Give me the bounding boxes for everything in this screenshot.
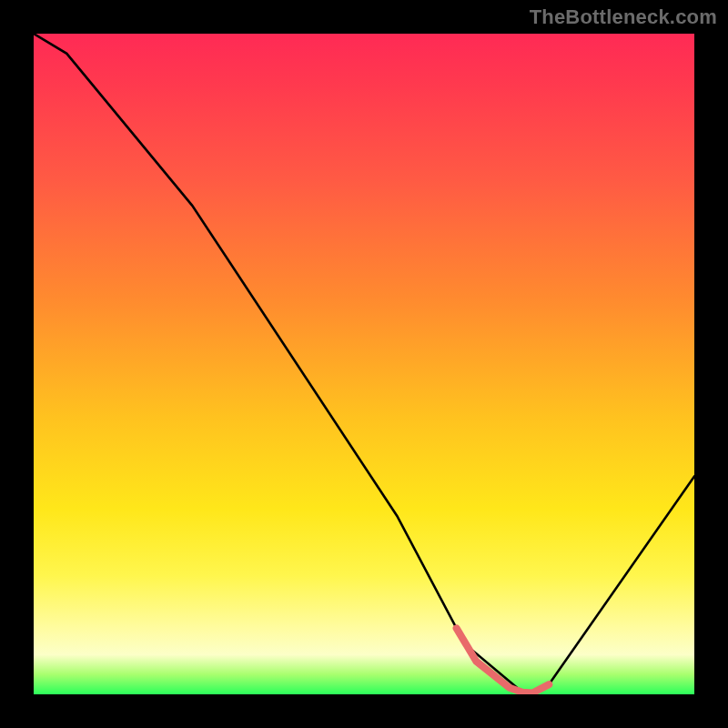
watermark-text: TheBottleneck.com — [530, 5, 717, 29]
valley-highlight — [457, 628, 550, 693]
chart-container: TheBottleneck.com — [0, 0, 728, 728]
curve-layer — [34, 34, 694, 694]
plot-area — [34, 34, 694, 694]
bottleneck-line — [34, 34, 694, 693]
